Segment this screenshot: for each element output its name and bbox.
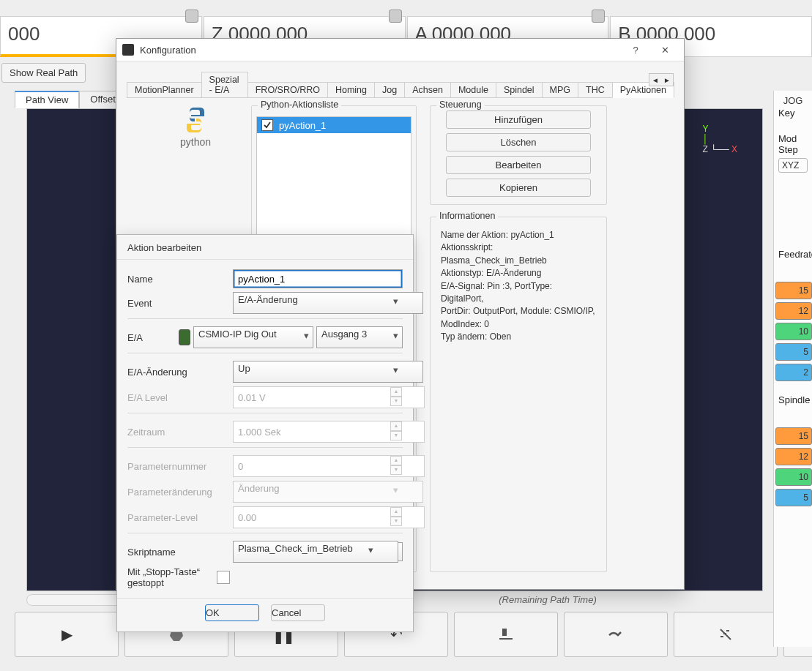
tab-mpg[interactable]: MPG (542, 82, 578, 97)
jog-xyz-select[interactable]: XYZ (778, 158, 808, 173)
plvl-field: ▲▼ (233, 506, 403, 528)
ea-device-select[interactable]: CSMIO-IP Dig Out (193, 326, 313, 348)
spindle-heading: Spindle (778, 394, 812, 405)
tab-module[interactable]: Module (450, 82, 496, 97)
feedrate-chips: 15 12 10 5 2 (774, 279, 812, 386)
checkbox[interactable] (261, 119, 273, 131)
spin-down-icon: ▼ (390, 431, 402, 441)
edit-button[interactable]: Bearbeiten (446, 156, 591, 174)
dialog-title: Konfiguration (140, 45, 621, 56)
chevron-left-icon[interactable]: ◄ (649, 74, 661, 86)
ealevel-label: E/A Level (127, 392, 227, 403)
tool-button-1[interactable] (454, 612, 558, 657)
list-item-label: pyAction_1 (279, 120, 326, 131)
jog-step-label: Step (778, 144, 812, 155)
show-real-path-button[interactable]: Show Real Path (1, 63, 86, 83)
feedrate-chip[interactable]: 5 (775, 343, 812, 361)
axis-indicator-icon: Y│ Z └── X (702, 124, 737, 154)
tab-thc[interactable]: THC (578, 82, 613, 97)
spindle-chip[interactable]: 12 (775, 448, 812, 465)
tab-spezial-ea[interactable]: Spezial - E/A (201, 72, 248, 97)
spin-up-icon: ▲ (390, 507, 402, 517)
dro-knob-icon[interactable] (185, 10, 198, 23)
tab-jog[interactable]: Jog (374, 82, 405, 97)
config-dialog: Konfiguration ? ✕ MotionPlanner Spezial … (116, 38, 685, 590)
script-select[interactable]: Plasma_Check_im_Betrieb (233, 541, 398, 563)
jog-key-checkbox[interactable]: Key (778, 108, 812, 119)
name-label: Name (127, 274, 227, 285)
dro-knob-icon[interactable] (389, 10, 402, 23)
jog-mode-label: Mod (778, 133, 812, 144)
stop-label: Mit „Stopp-Taste“ gestoppt (127, 566, 211, 588)
pchg-select: Änderung (233, 481, 423, 503)
stop-checkbox[interactable] (217, 571, 230, 584)
control-label: Steuerung (436, 100, 485, 110)
spin-down-icon: ▼ (390, 517, 402, 526)
play-button[interactable]: ▶ (15, 612, 119, 657)
pnum-label: Parameternummer (127, 461, 227, 472)
svg-rect-1 (502, 629, 507, 636)
spin-up-icon: ▲ (390, 456, 402, 465)
action-list-label: Python-Aktionsliste (258, 100, 341, 110)
path-tabs: Path View Offsets (15, 91, 131, 108)
eachange-label: E/A-Änderung (127, 367, 227, 378)
tab-spindel[interactable]: Spindel (496, 82, 543, 97)
add-button[interactable]: Hinzufügen (446, 110, 591, 129)
tab-path-view[interactable]: Path View (15, 91, 79, 108)
help-button[interactable]: ? (621, 39, 650, 61)
spin-up-icon: ▲ (390, 387, 402, 397)
cancel-button[interactable]: Cancel (271, 604, 325, 621)
pchg-label: Parameteränderung (127, 487, 227, 498)
eachange-select[interactable]: Up (233, 361, 423, 383)
list-item[interactable]: pyAction_1 (257, 117, 411, 133)
copy-button[interactable]: Kopieren (446, 179, 591, 197)
ok-button[interactable]: OK (205, 604, 259, 621)
python-logo-icon: python (178, 105, 213, 148)
ea-label: E/A (127, 332, 173, 343)
event-label: Event (127, 298, 227, 309)
spindle-chip[interactable]: 15 (775, 427, 812, 445)
feedrate-chip[interactable]: 2 (775, 364, 812, 381)
spindle-chip[interactable]: 5 (775, 489, 812, 506)
script-label: Skriptname (127, 547, 227, 558)
info-label: Informationen (436, 211, 498, 221)
period-field: ▲▼ (233, 421, 403, 443)
event-select[interactable]: E/A-Änderung (233, 292, 423, 314)
feedrate-heading: Feedrate (778, 249, 812, 260)
feedrate-chip[interactable]: 10 (775, 323, 812, 340)
edit-action-dialog: Aktion bearbeiten Name Event E/A-Änderun… (116, 234, 414, 632)
spin-up-icon: ▲ (390, 421, 402, 431)
tab-achsen[interactable]: Achsen (404, 82, 451, 97)
ealevel-field: ▲▼ (233, 386, 403, 408)
jog-heading: JOG (774, 95, 812, 106)
spindle-chip[interactable]: 10 (775, 468, 812, 486)
tab-fro-sro-rro[interactable]: FRO/SRO/RRO (247, 82, 328, 97)
name-input[interactable] (233, 269, 403, 288)
feedrate-chip[interactable]: 15 (775, 282, 812, 299)
tab-scroll[interactable]: ◄► (649, 73, 674, 86)
plvl-label: Parameter-Level (127, 512, 227, 523)
tool-button-3[interactable] (674, 612, 778, 657)
spindle-chips: 15 12 10 5 (774, 424, 812, 511)
tool-button-2[interactable] (564, 612, 668, 657)
io-led-icon (179, 329, 190, 345)
feedrate-chip[interactable]: 12 (775, 302, 812, 320)
tab-homing[interactable]: Homing (327, 82, 375, 97)
edit-dialog-title: Aktion bearbeiten (117, 235, 413, 260)
tab-motionplanner[interactable]: MotionPlanner (127, 82, 202, 97)
ea-output-select[interactable]: Ausgang 3 (316, 326, 403, 348)
chevron-right-icon[interactable]: ► (661, 74, 673, 86)
spin-down-icon: ▼ (390, 465, 402, 475)
app-icon (122, 44, 134, 56)
dialog-titlebar[interactable]: Konfiguration ? ✕ (116, 39, 684, 61)
dialog-tabbar: MotionPlanner Spezial - E/A FRO/SRO/RRO … (127, 72, 674, 98)
close-button[interactable]: ✕ (650, 39, 679, 61)
pnum-field: ▲▼ (233, 455, 403, 477)
dro-knob-icon[interactable] (592, 10, 605, 23)
delete-button[interactable]: Löschen (446, 133, 591, 151)
control-group: Steuerung Hinzufügen Löschen Bearbeiten … (430, 105, 607, 205)
period-label: Zeitraum (127, 427, 227, 438)
info-body: Name der Aktion: pyAction_1 Aktionsskrip… (431, 217, 606, 356)
jog-panel: JOG Key Mod Step XYZ Feedrate 15 12 10 5… (773, 91, 812, 647)
spin-down-icon: ▼ (390, 397, 402, 406)
